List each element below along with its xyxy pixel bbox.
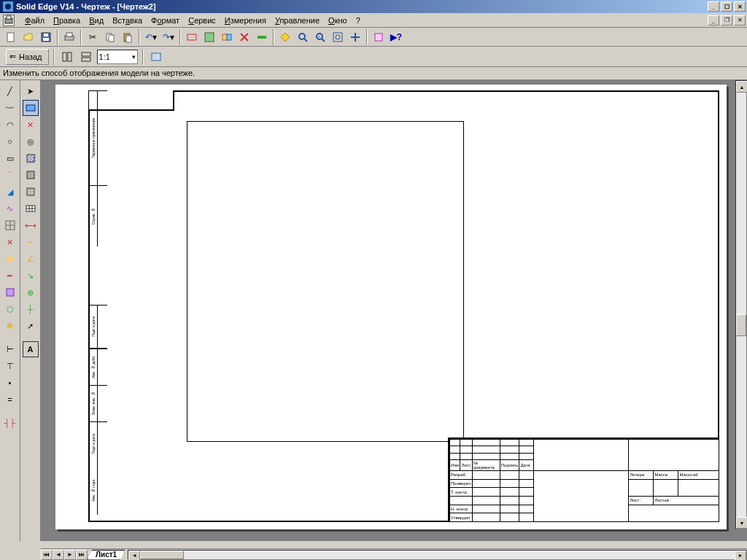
vertical-scrollbar[interactable] <box>735 80 747 529</box>
curve-tool[interactable]: 〰 <box>2 100 18 116</box>
hscroll-thumb[interactable] <box>140 551 184 559</box>
horiz-dim-tool[interactable]: ⊢ <box>2 341 18 357</box>
paste-button[interactable] <box>120 29 136 45</box>
view-option-button[interactable] <box>148 49 164 65</box>
offset-tool[interactable] <box>2 284 18 300</box>
rect-tool[interactable]: ▭ <box>2 150 18 166</box>
text-tool[interactable]: A <box>23 341 39 357</box>
print-button[interactable] <box>61 29 77 45</box>
center-tool[interactable]: ⊕ <box>23 284 39 300</box>
extend-tool[interactable] <box>2 251 18 267</box>
arc-tool[interactable]: ◠ <box>2 117 18 133</box>
point-tool[interactable]: • <box>2 375 18 391</box>
mdi-restore-button[interactable]: ❐ <box>721 15 732 26</box>
copy-button[interactable] <box>102 29 118 45</box>
detail-tool[interactable]: ◎ <box>23 133 39 149</box>
trim-tool[interactable]: ✕ <box>2 234 18 250</box>
drawing-view[interactable] <box>187 121 464 442</box>
prev-sheet-button[interactable]: ◄ <box>53 550 64 560</box>
view-layout-1-button[interactable] <box>59 49 75 65</box>
sheet-tab[interactable]: Лист1 <box>88 550 125 560</box>
svg-rect-17 <box>258 36 266 39</box>
menu-format[interactable]: Формат <box>147 15 184 26</box>
table-tool[interactable] <box>23 201 39 217</box>
tb-icon-3[interactable] <box>219 29 235 45</box>
hatch2-tool[interactable] <box>23 167 39 183</box>
last-sheet-button[interactable]: ⏭ <box>76 550 88 560</box>
canvas[interactable]: Первичное применение Справ. № Подп и дат… <box>41 80 747 541</box>
tb-zoom[interactable]: + <box>312 29 328 45</box>
menu-help[interactable]: ? <box>352 15 365 26</box>
tb-icon-4[interactable] <box>236 29 252 45</box>
svg-rect-34 <box>7 257 14 261</box>
next-sheet-button[interactable]: ► <box>64 550 76 560</box>
vert-dim-tool[interactable]: ⊤ <box>2 358 18 374</box>
hatch3-tool[interactable] <box>23 184 39 200</box>
maximize-button[interactable]: ☐ <box>721 1 732 12</box>
equal-tool[interactable]: = <box>2 392 18 408</box>
menu-edit[interactable]: Правка <box>49 15 85 26</box>
constraint-tool[interactable]: ┤├ <box>2 415 18 431</box>
tb-help-cursor[interactable]: ▶? <box>388 29 404 45</box>
svg-rect-36 <box>26 105 35 111</box>
tb-icon-6[interactable] <box>277 29 293 45</box>
svg-point-0 <box>5 4 11 9</box>
circle-tool[interactable]: ○ <box>2 133 18 149</box>
dim-smart-tool[interactable]: ↔ <box>23 234 39 250</box>
tb-icon-7[interactable] <box>371 29 387 45</box>
undo-button[interactable]: ↶▾ <box>143 29 159 45</box>
mdi-minimize-button[interactable]: _ <box>708 15 719 26</box>
iso-tool[interactable]: ⬡ <box>2 301 18 317</box>
menu-view[interactable]: Вид <box>85 15 108 26</box>
menu-tools[interactable]: Сервис <box>184 15 220 26</box>
dim-tool[interactable]: ⟷ <box>23 217 39 233</box>
tb-fit[interactable] <box>330 29 346 45</box>
redo-button[interactable]: ↷▾ <box>160 29 177 45</box>
leader-tool[interactable]: ↘ <box>23 268 39 284</box>
view-layout-2-button[interactable] <box>78 49 94 65</box>
section-tool[interactable]: ✕ <box>23 117 39 133</box>
cut-button[interactable]: ✂ <box>85 29 101 45</box>
tb-icon-2[interactable] <box>201 29 217 45</box>
line-tool[interactable]: ╱ <box>2 83 18 99</box>
centerline-tool[interactable]: ┼ <box>23 301 39 317</box>
fillet-tool[interactable]: ⌒ <box>2 167 18 183</box>
spline-tool[interactable]: ∿ <box>2 201 18 217</box>
doc-icon[interactable] <box>3 15 15 26</box>
view-toolbar: ⇐ Назад 1:1 <box>0 47 747 67</box>
leftcell-3: Подп и дата <box>88 305 97 349</box>
menu-manage[interactable]: Управление <box>271 15 324 26</box>
svg-rect-15 <box>222 34 227 40</box>
new-button[interactable] <box>3 29 19 45</box>
view-tool[interactable] <box>23 100 39 116</box>
mdi-close-button[interactable]: ✕ <box>734 15 746 26</box>
tb-pan[interactable] <box>347 29 363 45</box>
horizontal-scrollbar[interactable] <box>128 550 747 560</box>
menu-measure[interactable]: Измерения <box>220 15 271 26</box>
sheet-tab-label: Лист1 <box>96 551 117 559</box>
angle-dim-tool[interactable]: ∠ <box>23 251 39 267</box>
tb-icon-1[interactable] <box>184 29 200 45</box>
menu-insert[interactable]: Вставка <box>108 15 147 26</box>
leftcell-6b <box>97 421 107 465</box>
open-button[interactable] <box>20 29 36 45</box>
scale-combo[interactable]: 1:1 <box>97 50 138 64</box>
first-sheet-button[interactable]: ⏮ <box>41 550 53 560</box>
hatch-tool[interactable] <box>23 150 39 166</box>
tb-zoom-area[interactable] <box>295 29 311 45</box>
save-button[interactable] <box>38 29 54 45</box>
minimize-button[interactable]: _ <box>708 1 719 12</box>
close-button[interactable]: ✕ <box>734 1 746 12</box>
select-tool[interactable]: ➤ <box>23 83 39 99</box>
grid-tool[interactable] <box>2 217 18 233</box>
menu-window[interactable]: Окно <box>324 15 352 26</box>
tb-icon-5[interactable] <box>254 29 270 45</box>
app-icon <box>3 1 13 12</box>
vscroll-thumb[interactable] <box>736 314 746 336</box>
back-button[interactable]: ⇐ Назад <box>6 49 49 65</box>
move-tool[interactable]: ✥ <box>2 318 18 334</box>
chamfer-tool[interactable]: ◢ <box>2 184 18 200</box>
balloon-tool[interactable]: ➚ <box>23 318 39 334</box>
hline-tool[interactable]: ━ <box>2 268 18 284</box>
menu-file[interactable]: ФФайлайл <box>20 15 49 26</box>
